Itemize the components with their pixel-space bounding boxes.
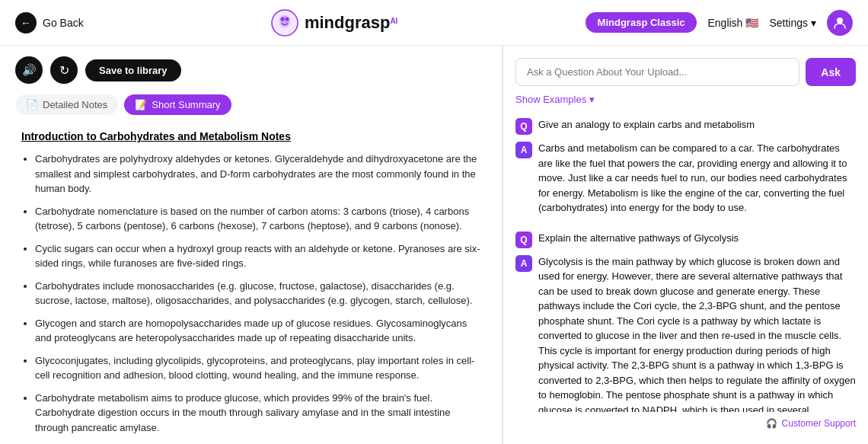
qa-container: Q Give an analogy to explain carbs and m… <box>515 117 856 412</box>
language-flag: 🇺🇸 <box>745 17 758 29</box>
short-summary-tab-icon: 📝 <box>135 99 147 110</box>
svg-point-5 <box>837 18 843 24</box>
qa-question-text: Explain the alternative pathways of Glyc… <box>538 231 739 246</box>
language-selector[interactable]: English 🇺🇸 <box>707 17 758 29</box>
list-item: Carbohydrate metabolism aims to produce … <box>35 391 480 436</box>
ask-button[interactable]: Ask <box>806 58 856 86</box>
main-content: 🔊 ↻ Save to library 📄 Detailed Notes 📝 S… <box>0 46 868 444</box>
save-to-library-button[interactable]: Save to library <box>85 59 181 81</box>
speaker-icon: 🔊 <box>22 63 37 77</box>
user-avatar[interactable] <box>827 10 853 36</box>
refresh-button[interactable]: ↻ <box>50 56 78 84</box>
notes-content: Introduction to Carbohydrates and Metabo… <box>0 123 502 444</box>
detailed-notes-tab-label: Detailed Notes <box>43 99 107 110</box>
qa-question-row: Q Explain the alternative pathways of Gl… <box>515 231 856 248</box>
settings-chevron-icon: ▾ <box>811 17 816 29</box>
show-examples-button[interactable]: Show Examples ▾ <box>515 94 856 105</box>
qa-answer-text: Glycolysis is the main pathway by which … <box>538 254 856 413</box>
logo-text: mindgraspAI <box>305 13 397 33</box>
back-arrow-icon: ← <box>15 12 37 34</box>
qa-block: Q Explain the alternative pathways of Gl… <box>515 231 856 413</box>
header: ← Go Back mindgraspAI Mindgrasp Classic … <box>0 0 868 46</box>
back-nav[interactable]: ← Go Back <box>15 12 84 34</box>
qa-answer-row: A Carbs and metabolism can be compared t… <box>515 141 856 216</box>
section1-title: Introduction to Carbohydrates and Metabo… <box>21 130 480 142</box>
toolbar: 🔊 ↻ Save to library <box>0 46 502 94</box>
svg-point-3 <box>280 17 284 21</box>
left-panel: 🔊 ↻ Save to library 📄 Detailed Notes 📝 S… <box>0 46 503 444</box>
settings-button[interactable]: Settings ▾ <box>769 17 816 29</box>
tab-detailed-notes[interactable]: 📄 Detailed Notes <box>15 94 118 115</box>
go-back-label: Go Back <box>43 17 84 29</box>
right-panel: Ask Show Examples ▾ Q Give an analogy to… <box>503 46 868 444</box>
list-item: Carbohydrate nomenclature is based on th… <box>35 204 480 234</box>
ask-input[interactable] <box>515 58 799 86</box>
qa-question-text: Give an analogy to explain carbs and met… <box>538 117 755 133</box>
q-badge: Q <box>515 118 532 135</box>
qa-answer-row: A Glycolysis is the main pathway by whic… <box>515 254 856 413</box>
qa-question-row: Q Give an analogy to explain carbs and m… <box>515 117 856 135</box>
list-item: Glycoconjugates, including glycolipids, … <box>35 353 480 383</box>
header-right: Mindgrasp Classic English 🇺🇸 Settings ▾ <box>586 10 853 36</box>
a-badge: A <box>515 255 532 272</box>
short-summary-tab-label: Short Summary <box>152 99 220 110</box>
list-item: Carbohydrates are polyhydroxy aldehydes … <box>35 152 480 196</box>
mindgrasp-logo-icon <box>271 9 298 37</box>
list-item: Carbohydrates include monosaccharides (e… <box>35 279 480 308</box>
headset-icon: 🎧 <box>766 418 777 429</box>
ask-row: Ask <box>515 58 856 86</box>
show-examples-chevron-icon: ▾ <box>589 94 595 105</box>
list-item: Glycogen and starch are homopolysacchari… <box>35 316 480 346</box>
qa-answer-text: Carbs and metabolism can be compared to … <box>538 141 856 216</box>
q-badge: Q <box>515 232 532 248</box>
settings-label: Settings <box>769 17 808 29</box>
qa-scroll-area: Q Give an analogy to explain carbs and m… <box>515 117 856 412</box>
show-examples-label: Show Examples <box>515 94 586 105</box>
detailed-notes-tab-icon: 📄 <box>26 99 38 110</box>
svg-point-4 <box>285 17 289 21</box>
tabs: 📄 Detailed Notes 📝 Short Summary <box>0 94 502 123</box>
tab-short-summary[interactable]: 📝 Short Summary <box>124 94 231 115</box>
refresh-icon: ↻ <box>59 63 69 78</box>
speaker-button[interactable]: 🔊 <box>15 56 43 84</box>
section1-list: Carbohydrates are polyhydroxy aldehydes … <box>21 152 480 435</box>
qa-block: Q Give an analogy to explain carbs and m… <box>515 117 856 216</box>
a-badge: A <box>515 142 532 158</box>
language-label: English <box>707 17 742 29</box>
logo: mindgraspAI <box>271 9 397 37</box>
customer-support[interactable]: 🎧 Customer Support <box>515 412 856 432</box>
mindgrasp-classic-button[interactable]: Mindgrasp Classic <box>586 12 697 33</box>
list-item: Cyclic sugars can occur when a hydroxyl … <box>35 241 480 271</box>
customer-support-label: Customer Support <box>782 418 856 429</box>
